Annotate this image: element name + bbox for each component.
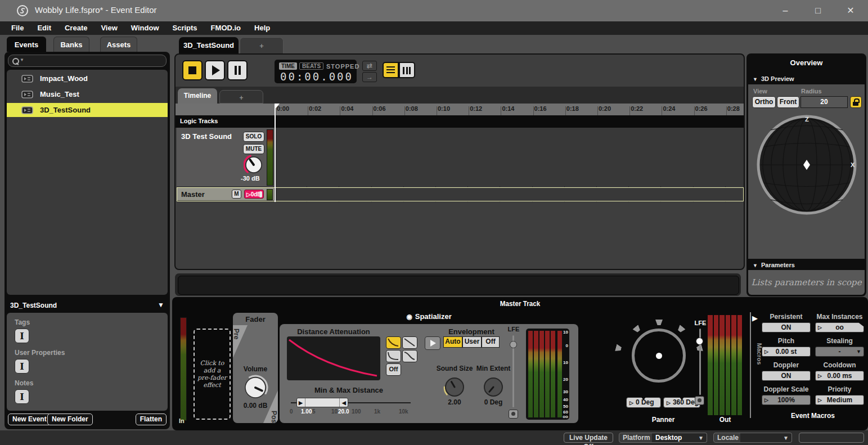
search-filter-caret-icon[interactable]: ▼ (20, 57, 24, 62)
distance-slider-range[interactable]: ▶ ◀ (296, 398, 348, 407)
browser-tab-assets[interactable]: Assets (100, 37, 137, 52)
attenuation-curve-graph[interactable] (287, 336, 380, 380)
loop-toggle-button[interactable]: ⇄ (362, 61, 377, 71)
lfe-slider-handle[interactable] (510, 341, 517, 348)
stop-button[interactable] (182, 60, 203, 80)
ortho-button[interactable]: Ortho (752, 96, 776, 108)
curve-inverse-button[interactable] (386, 350, 401, 362)
radius-field[interactable]: 20 (800, 96, 848, 108)
minimize-button[interactable]: – (777, 5, 794, 17)
editor-tab-3d-testsound[interactable]: 3D_TestSound (179, 37, 239, 53)
menu-edit[interactable]: Edit (30, 21, 58, 35)
new-folder-button[interactable]: New Folder (47, 413, 93, 425)
track-lane[interactable] (274, 128, 744, 186)
lfe-link-button[interactable] (509, 410, 518, 419)
macro-max-instances-control[interactable]: oo▷ (815, 322, 864, 332)
beats-mode-badge[interactable]: BEATS (299, 62, 323, 70)
lock-button[interactable] (850, 96, 862, 108)
master-track-row[interactable]: Master M ▷0dB (177, 187, 744, 201)
master-mute-button[interactable]: M (232, 190, 241, 199)
follow-playhead-button[interactable]: → (362, 72, 377, 82)
pan-angle-field[interactable]: ▷0 Deg (626, 397, 661, 408)
new-event-button[interactable]: New Event (8, 413, 51, 425)
attenuation-off-button[interactable]: Off (386, 363, 401, 376)
macro-priority-control[interactable]: Medium▷ (815, 395, 864, 405)
live-update-button[interactable]: Live Update Off (564, 433, 613, 443)
timeline-ruler[interactable]: 0:000:020:040:060:080:100:120:140:160:18… (176, 104, 745, 115)
playhead[interactable] (275, 104, 276, 202)
add-prefader-effect-slot[interactable]: Click to add a pre-fader effect (194, 329, 231, 420)
track-header[interactable]: 3D Test Sound SOLO MUTE -30 dB (177, 128, 274, 186)
close-button[interactable]: ✕ (842, 5, 859, 17)
menu-scripts[interactable]: Scripts (166, 21, 204, 35)
timeline-new-tab-button[interactable]: + (219, 90, 263, 104)
menu-create[interactable]: Create (58, 21, 94, 35)
menu-fmod-io[interactable]: FMOD.io (204, 21, 248, 35)
user-properties-edit-button[interactable]: I (15, 359, 29, 374)
curve-scurve-button[interactable] (402, 350, 417, 362)
event-item-3d_testsound[interactable]: 3D_TestSound (7, 103, 168, 117)
play-button[interactable] (205, 60, 225, 80)
timeline-overview-strip[interactable] (174, 273, 741, 296)
3d-preview-sphere[interactable]: Z X (756, 111, 857, 216)
macros-flyout-arrow-icon[interactable]: ▶ (752, 314, 758, 322)
spatializer-header[interactable]: ◉Spatializer (280, 312, 578, 321)
notes-edit-button[interactable]: I (15, 389, 29, 404)
event-item-impact_wood[interactable]: Impact_Wood (7, 71, 168, 86)
flatten-button[interactable]: Flatten (136, 413, 167, 425)
out-lfe-link-button[interactable] (695, 396, 704, 405)
browser-tab-banks[interactable]: Banks (53, 37, 89, 52)
timeline-overview-range[interactable] (178, 276, 739, 295)
editor-new-tab-button[interactable]: + (240, 37, 284, 53)
envelopment-auto-button[interactable]: Auto (443, 336, 462, 348)
parameters-section-header[interactable]: ▼Parameters (748, 260, 865, 270)
track-volume-knob[interactable] (244, 155, 264, 175)
3d-preview-section-header[interactable]: ▼3D Preview (748, 74, 865, 84)
playhead-flag-icon[interactable] (275, 104, 280, 110)
min-extent-knob[interactable] (482, 376, 505, 398)
macro-doppler-control[interactable]: ON (762, 371, 811, 381)
locale-dropdown[interactable]: ▼ (740, 433, 792, 443)
mute-button[interactable]: MUTE (243, 144, 264, 154)
event-item-music_test[interactable]: Music_Test (7, 87, 168, 101)
menu-window[interactable]: Window (124, 21, 166, 35)
pre-fader-tab[interactable]: Pre (233, 325, 248, 358)
menu-help[interactable]: Help (248, 21, 277, 35)
bypass-radio-icon[interactable]: ◉ (406, 313, 412, 321)
macro-pitch-control[interactable]: 0.00 st▷ (762, 347, 811, 357)
envelopment-off-button[interactable]: Off (482, 336, 500, 348)
master-gain-button[interactable]: ▷0dB (244, 190, 264, 199)
macro-cooldown-control[interactable]: 0.00 ms▷ (815, 371, 864, 381)
time-mode-badge[interactable]: TIME (279, 62, 297, 70)
event-details-header[interactable]: 3D_TestSound ▼ (7, 299, 168, 312)
min-distance-handle[interactable]: ▶ (297, 399, 304, 406)
curve-log-button[interactable] (386, 336, 401, 349)
envelopment-user-button[interactable]: User (462, 336, 482, 348)
volume-knob[interactable] (242, 375, 268, 401)
front-button[interactable]: Front (777, 96, 799, 108)
fader-module[interactable]: Fader Pre Post Volume 0.00 dB (233, 313, 278, 423)
curve-linear-button[interactable] (402, 336, 417, 349)
maximize-button[interactable]: □ (809, 5, 826, 17)
macro-persistent-control[interactable]: ON (762, 322, 811, 332)
pause-button[interactable] (227, 60, 248, 80)
details-collapse-caret-icon[interactable]: ▼ (158, 301, 164, 309)
macro-doppler-scale-control[interactable]: 100%▷ (762, 395, 811, 405)
out-lfe-slider-handle[interactable] (696, 338, 703, 345)
tags-edit-button[interactable]: I (15, 329, 29, 343)
tracks-view-button[interactable] (383, 62, 399, 78)
solo-button[interactable]: SOLO (243, 132, 264, 142)
master-track-header[interactable]: Master M ▷0dB (177, 188, 274, 200)
browser-tab-events[interactable]: Events (7, 37, 46, 52)
sound-size-knob[interactable] (443, 376, 466, 398)
panner-position-dot[interactable] (656, 353, 662, 359)
macro-stealing-control[interactable]: -▼ (815, 347, 864, 357)
track-row-3d-test-sound[interactable]: 3D Test Sound SOLO MUTE -30 dB (177, 128, 744, 186)
browser-view-button[interactable] (399, 62, 415, 78)
spatializer-audition-button[interactable] (425, 336, 440, 350)
menu-file[interactable]: File (5, 21, 30, 35)
max-distance-handle[interactable]: ◀ (340, 399, 348, 406)
tab-timeline[interactable]: Timeline (178, 88, 217, 104)
menu-view[interactable]: View (94, 21, 124, 35)
platform-dropdown[interactable]: Desktop▼ (652, 433, 707, 443)
